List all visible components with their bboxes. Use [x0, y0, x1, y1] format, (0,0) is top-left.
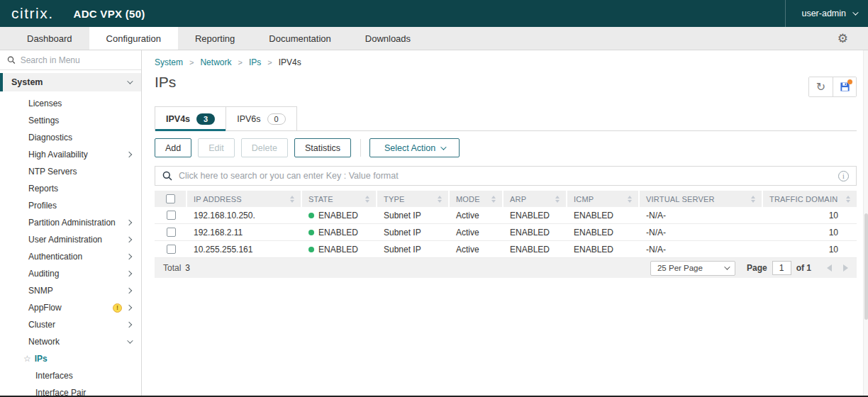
sidebar-item-settings[interactable]: Settings: [0, 112, 141, 129]
sort-icon[interactable]: [751, 196, 755, 203]
column-header-mode[interactable]: MODE: [450, 191, 502, 207]
breadcrumb-system[interactable]: System: [155, 57, 183, 67]
refresh-button[interactable]: ↻: [809, 77, 833, 96]
sidebar-item-auditing[interactable]: Auditing: [0, 265, 141, 282]
cell-ip-address: 192.168.10.250.: [187, 211, 302, 220]
column-header-traffic-domain[interactable]: TRAFFIC DOMAIN: [763, 191, 857, 207]
cell-state: ENABLED: [302, 245, 377, 255]
row-checkbox[interactable]: [167, 228, 176, 237]
chevron-down-icon: [127, 78, 133, 84]
column-header-ip-address[interactable]: IP ADDRESS: [187, 191, 301, 207]
sidebar-item-partition-administration[interactable]: Partition Administration: [0, 214, 141, 231]
status-enabled-icon: [308, 247, 314, 252]
user-menu[interactable]: user-admin: [785, 0, 868, 27]
sort-icon[interactable]: [628, 196, 632, 203]
top-header: citrix. ADC VPX (50) user-admin: [0, 0, 868, 27]
nav-tab-downloads[interactable]: Downloads: [348, 27, 428, 50]
add-button[interactable]: Add: [155, 138, 191, 157]
vertical-scrollbar[interactable]: [863, 50, 868, 396]
breadcrumb-ips[interactable]: IPs: [249, 57, 261, 67]
row-checkbox[interactable]: [167, 211, 176, 220]
sidebar-item-appflow[interactable]: AppFlow !: [0, 299, 141, 316]
per-page-select[interactable]: 25 Per Page: [650, 261, 735, 276]
sidebar-item-network[interactable]: Network: [0, 333, 141, 350]
settings-button[interactable]: ⚙: [838, 27, 848, 50]
sidebar-item-label: Interface Pair: [35, 388, 86, 397]
column-header-icmp[interactable]: ICMP: [567, 191, 638, 207]
sidebar-item-authentication[interactable]: Authentication: [0, 248, 141, 265]
delete-button[interactable]: Delete: [241, 138, 288, 157]
title-row: IPs ↻: [155, 74, 857, 97]
sidebar-item-label: Cluster: [28, 320, 55, 330]
sidebar-item-reports[interactable]: Reports: [0, 180, 141, 197]
cell-type: Subnet IP: [377, 245, 450, 255]
select-all-checkbox[interactable]: [166, 194, 175, 203]
tab-label: IPV6s: [237, 114, 260, 124]
sidebar-item-label: NTP Servers: [28, 167, 77, 177]
info-icon[interactable]: i: [838, 171, 849, 181]
cell-arp: ENABLED: [503, 228, 567, 237]
sort-icon[interactable]: [491, 196, 496, 203]
sidebar-item-system[interactable]: System: [0, 73, 141, 91]
column-label: ICMP: [574, 195, 594, 203]
nav-tab-documentation[interactable]: Documentation: [252, 27, 347, 50]
sidebar-item-label: Auditing: [28, 269, 59, 279]
cell-arp: ENABLED: [503, 211, 567, 220]
search-icon: [7, 55, 16, 65]
cell-type: Subnet IP: [377, 211, 450, 220]
table-search-input[interactable]: [179, 171, 832, 181]
sidebar-search[interactable]: [0, 50, 141, 70]
sidebar-item-cluster[interactable]: Cluster: [0, 316, 141, 333]
nav-tab-configuration[interactable]: Configuration: [89, 27, 178, 50]
select-action-button[interactable]: Select Action: [369, 138, 460, 157]
sort-icon[interactable]: [846, 196, 850, 203]
nav-tab-dashboard[interactable]: Dashboard: [10, 27, 89, 50]
tab-ipv4s[interactable]: IPV4s 3: [155, 106, 226, 130]
sidebar-search-input[interactable]: [21, 55, 134, 65]
citrix-logo: citrix.: [11, 5, 54, 22]
sidebar-item-user-administration[interactable]: User Administration: [0, 231, 141, 248]
scrollbar-thumb[interactable]: [864, 213, 868, 320]
previous-page-icon[interactable]: [827, 264, 832, 272]
save-config-button[interactable]: [833, 77, 856, 96]
column-header-state[interactable]: STATE: [302, 191, 376, 207]
statistics-button[interactable]: Statistics: [294, 138, 351, 157]
cell-virtual-server: -N/A-: [640, 245, 763, 255]
page-of-label: of 1: [796, 263, 811, 273]
row-checkbox[interactable]: [167, 245, 176, 254]
chevron-right-icon: [126, 288, 132, 293]
sidebar-item-ips[interactable]: ☆ IPs: [0, 350, 141, 367]
pagination: 25 Per Page Page of 1: [650, 261, 848, 276]
page-number-input[interactable]: [772, 261, 791, 275]
column-header-virtual-server[interactable]: VIRTUAL SERVER: [640, 191, 762, 207]
nav-tab-reporting[interactable]: Reporting: [178, 27, 252, 50]
tab-label: IPV4s: [166, 114, 190, 124]
sidebar-item-diagnostics[interactable]: Diagnostics: [0, 129, 141, 146]
sort-icon[interactable]: [438, 196, 442, 203]
sidebar-item-profiles[interactable]: Profiles: [0, 197, 141, 214]
column-header-type[interactable]: TYPE: [377, 191, 448, 207]
sidebar: System Licenses Settings Diagnostics Hig…: [0, 50, 142, 397]
column-label: STATE: [308, 195, 333, 203]
column-label: ARP: [510, 195, 526, 203]
cell-mode: Active: [450, 245, 503, 255]
tab-ipv6s[interactable]: IPV6s 0: [226, 106, 296, 130]
edit-button[interactable]: Edit: [198, 138, 235, 157]
sidebar-item-ntp-servers[interactable]: NTP Servers: [0, 163, 141, 180]
cell-mode: Active: [450, 211, 503, 220]
sidebar-item-interfaces[interactable]: Interfaces: [0, 367, 141, 384]
sort-icon[interactable]: [365, 196, 369, 203]
sort-icon[interactable]: [555, 196, 560, 203]
sidebar-item-interface-pair[interactable]: Interface Pair: [0, 384, 141, 397]
column-label: IP ADDRESS: [194, 195, 242, 203]
cell-arp: ENABLED: [503, 245, 567, 255]
next-page-icon[interactable]: [843, 264, 848, 272]
column-header-arp[interactable]: ARP: [503, 191, 566, 207]
table-search: i: [155, 166, 857, 186]
breadcrumb-network[interactable]: Network: [200, 57, 231, 67]
sidebar-item-snmp[interactable]: SNMP: [0, 282, 141, 299]
status-text: ENABLED: [318, 245, 358, 255]
sort-icon[interactable]: [290, 196, 294, 203]
sidebar-item-licenses[interactable]: Licenses: [0, 95, 141, 112]
sidebar-item-high-availability[interactable]: High Availability: [0, 146, 141, 163]
